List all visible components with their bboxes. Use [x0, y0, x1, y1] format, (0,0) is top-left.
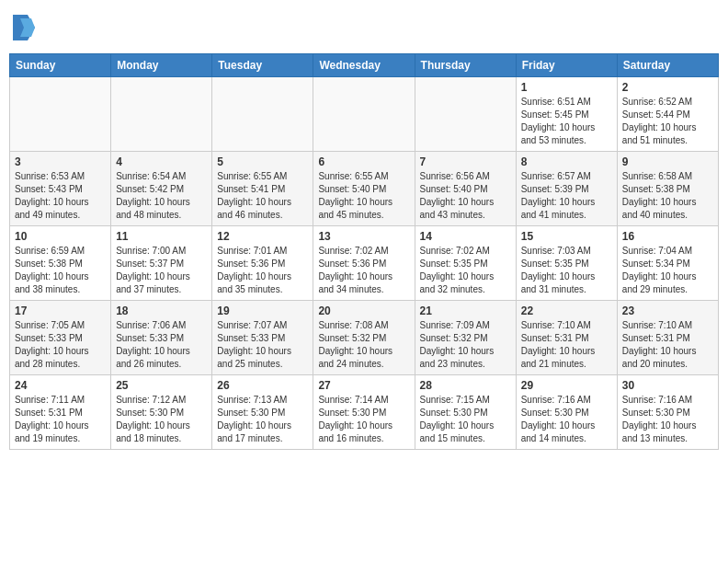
day-info: Sunrise: 7:12 AM Sunset: 5:30 PM Dayligh…: [116, 394, 207, 445]
day-info: Sunrise: 6:55 AM Sunset: 5:41 PM Dayligh…: [217, 170, 308, 222]
day-info: Sunrise: 7:16 AM Sunset: 5:30 PM Dayligh…: [622, 394, 713, 445]
day-info: Sunrise: 6:56 AM Sunset: 5:40 PM Dayligh…: [420, 170, 511, 222]
day-info: Sunrise: 7:07 AM Sunset: 5:33 PM Dayligh…: [217, 319, 308, 371]
day-number: 21: [420, 304, 511, 317]
calendar-cell: 13Sunrise: 7:02 AM Sunset: 5:36 PM Dayli…: [313, 226, 415, 301]
calendar-cell: [415, 77, 516, 152]
calendar-row-2: 10Sunrise: 6:59 AM Sunset: 5:38 PM Dayli…: [10, 226, 719, 301]
calendar-cell: 23Sunrise: 7:10 AM Sunset: 5:31 PM Dayli…: [617, 301, 718, 375]
calendar-cell: 12Sunrise: 7:01 AM Sunset: 5:36 PM Dayli…: [212, 226, 313, 301]
day-number: 8: [521, 155, 612, 168]
calendar-cell: 8Sunrise: 6:57 AM Sunset: 5:39 PM Daylig…: [516, 152, 617, 226]
calendar-body: 1Sunrise: 6:51 AM Sunset: 5:45 PM Daylig…: [10, 77, 719, 450]
day-number: 12: [217, 230, 308, 243]
day-info: Sunrise: 7:10 AM Sunset: 5:31 PM Dayligh…: [622, 319, 713, 371]
calendar-row-4: 24Sunrise: 7:11 AM Sunset: 5:31 PM Dayli…: [10, 375, 719, 450]
day-number: 13: [318, 230, 409, 243]
day-number: 18: [116, 304, 207, 317]
day-number: 29: [521, 379, 612, 392]
calendar-cell: 7Sunrise: 6:56 AM Sunset: 5:40 PM Daylig…: [415, 152, 516, 226]
calendar-cell: [10, 77, 111, 152]
day-number: 26: [217, 379, 308, 392]
day-info: Sunrise: 7:15 AM Sunset: 5:30 PM Dayligh…: [420, 394, 511, 445]
weekday-header-friday: Friday: [516, 54, 617, 77]
day-number: 16: [622, 230, 713, 243]
calendar-cell: 20Sunrise: 7:08 AM Sunset: 5:32 PM Dayli…: [313, 301, 415, 375]
day-info: Sunrise: 7:14 AM Sunset: 5:30 PM Dayligh…: [318, 394, 409, 445]
calendar-cell: 4Sunrise: 6:54 AM Sunset: 5:42 PM Daylig…: [111, 152, 212, 226]
calendar-cell: 9Sunrise: 6:58 AM Sunset: 5:38 PM Daylig…: [617, 152, 718, 226]
calendar-cell: 18Sunrise: 7:06 AM Sunset: 5:33 PM Dayli…: [111, 301, 212, 375]
calendar-cell: [111, 77, 212, 152]
day-info: Sunrise: 7:02 AM Sunset: 5:35 PM Dayligh…: [420, 245, 511, 296]
calendar-cell: 21Sunrise: 7:09 AM Sunset: 5:32 PM Dayli…: [415, 301, 516, 375]
calendar-cell: 1Sunrise: 6:51 AM Sunset: 5:45 PM Daylig…: [516, 77, 617, 152]
calendar-cell: 29Sunrise: 7:16 AM Sunset: 5:30 PM Dayli…: [516, 375, 617, 450]
page-header: [9, 9, 719, 46]
day-info: Sunrise: 6:58 AM Sunset: 5:38 PM Dayligh…: [622, 170, 713, 222]
day-info: Sunrise: 6:52 AM Sunset: 5:44 PM Dayligh…: [622, 96, 713, 147]
calendar-cell: 5Sunrise: 6:55 AM Sunset: 5:41 PM Daylig…: [212, 152, 313, 226]
day-number: 23: [622, 304, 713, 317]
day-info: Sunrise: 7:13 AM Sunset: 5:30 PM Dayligh…: [217, 394, 308, 445]
day-number: 10: [15, 230, 106, 243]
day-number: 27: [318, 379, 409, 392]
day-number: 7: [420, 155, 511, 168]
day-info: Sunrise: 6:53 AM Sunset: 5:43 PM Dayligh…: [15, 170, 106, 222]
day-number: 20: [318, 304, 409, 317]
day-info: Sunrise: 7:06 AM Sunset: 5:33 PM Dayligh…: [116, 319, 207, 371]
day-number: 9: [622, 155, 713, 168]
calendar-cell: 26Sunrise: 7:13 AM Sunset: 5:30 PM Dayli…: [212, 375, 313, 450]
day-number: 1: [521, 81, 612, 94]
day-info: Sunrise: 7:16 AM Sunset: 5:30 PM Dayligh…: [521, 394, 612, 445]
calendar-table: SundayMondayTuesdayWednesdayThursdayFrid…: [9, 53, 719, 450]
calendar-cell: 14Sunrise: 7:02 AM Sunset: 5:35 PM Dayli…: [415, 226, 516, 301]
day-number: 15: [521, 230, 612, 243]
weekday-header-monday: Monday: [111, 54, 212, 77]
day-number: 3: [15, 155, 106, 168]
weekday-header-wednesday: Wednesday: [313, 54, 415, 77]
day-number: 19: [217, 304, 308, 317]
calendar-cell: 28Sunrise: 7:15 AM Sunset: 5:30 PM Dayli…: [415, 375, 516, 450]
day-info: Sunrise: 7:05 AM Sunset: 5:33 PM Dayligh…: [15, 319, 106, 371]
logo: [13, 15, 39, 40]
day-number: 24: [15, 379, 106, 392]
day-info: Sunrise: 7:11 AM Sunset: 5:31 PM Dayligh…: [15, 394, 106, 445]
calendar-cell: 27Sunrise: 7:14 AM Sunset: 5:30 PM Dayli…: [313, 375, 415, 450]
day-number: 4: [116, 155, 207, 168]
day-info: Sunrise: 7:03 AM Sunset: 5:35 PM Dayligh…: [521, 245, 612, 296]
day-number: 30: [622, 379, 713, 392]
day-info: Sunrise: 6:51 AM Sunset: 5:45 PM Dayligh…: [521, 96, 612, 147]
logo-icon: [13, 15, 35, 40]
weekday-header-sunday: Sunday: [10, 54, 111, 77]
day-number: 11: [116, 230, 207, 243]
day-number: 17: [15, 304, 106, 317]
calendar-cell: 16Sunrise: 7:04 AM Sunset: 5:34 PM Dayli…: [617, 226, 718, 301]
calendar-cell: 6Sunrise: 6:55 AM Sunset: 5:40 PM Daylig…: [313, 152, 415, 226]
day-info: Sunrise: 7:10 AM Sunset: 5:31 PM Dayligh…: [521, 319, 612, 371]
day-number: 28: [420, 379, 511, 392]
calendar-cell: 15Sunrise: 7:03 AM Sunset: 5:35 PM Dayli…: [516, 226, 617, 301]
calendar-cell: 2Sunrise: 6:52 AM Sunset: 5:44 PM Daylig…: [617, 77, 718, 152]
calendar-cell: 3Sunrise: 6:53 AM Sunset: 5:43 PM Daylig…: [10, 152, 111, 226]
day-number: 5: [217, 155, 308, 168]
day-number: 22: [521, 304, 612, 317]
day-number: 25: [116, 379, 207, 392]
day-info: Sunrise: 6:59 AM Sunset: 5:38 PM Dayligh…: [15, 245, 106, 296]
calendar-cell: 19Sunrise: 7:07 AM Sunset: 5:33 PM Dayli…: [212, 301, 313, 375]
day-info: Sunrise: 6:55 AM Sunset: 5:40 PM Dayligh…: [318, 170, 409, 222]
calendar-cell: 30Sunrise: 7:16 AM Sunset: 5:30 PM Dayli…: [617, 375, 718, 450]
calendar-cell: [313, 77, 415, 152]
day-info: Sunrise: 7:01 AM Sunset: 5:36 PM Dayligh…: [217, 245, 308, 296]
calendar-cell: 10Sunrise: 6:59 AM Sunset: 5:38 PM Dayli…: [10, 226, 111, 301]
day-info: Sunrise: 7:09 AM Sunset: 5:32 PM Dayligh…: [420, 319, 511, 371]
calendar-cell: 22Sunrise: 7:10 AM Sunset: 5:31 PM Dayli…: [516, 301, 617, 375]
day-number: 14: [420, 230, 511, 243]
calendar-cell: 24Sunrise: 7:11 AM Sunset: 5:31 PM Dayli…: [10, 375, 111, 450]
calendar-cell: 25Sunrise: 7:12 AM Sunset: 5:30 PM Dayli…: [111, 375, 212, 450]
calendar-row-3: 17Sunrise: 7:05 AM Sunset: 5:33 PM Dayli…: [10, 301, 719, 375]
weekday-header-saturday: Saturday: [617, 54, 718, 77]
day-number: 2: [622, 81, 713, 94]
calendar-row-1: 3Sunrise: 6:53 AM Sunset: 5:43 PM Daylig…: [10, 152, 719, 226]
calendar-cell: 17Sunrise: 7:05 AM Sunset: 5:33 PM Dayli…: [10, 301, 111, 375]
